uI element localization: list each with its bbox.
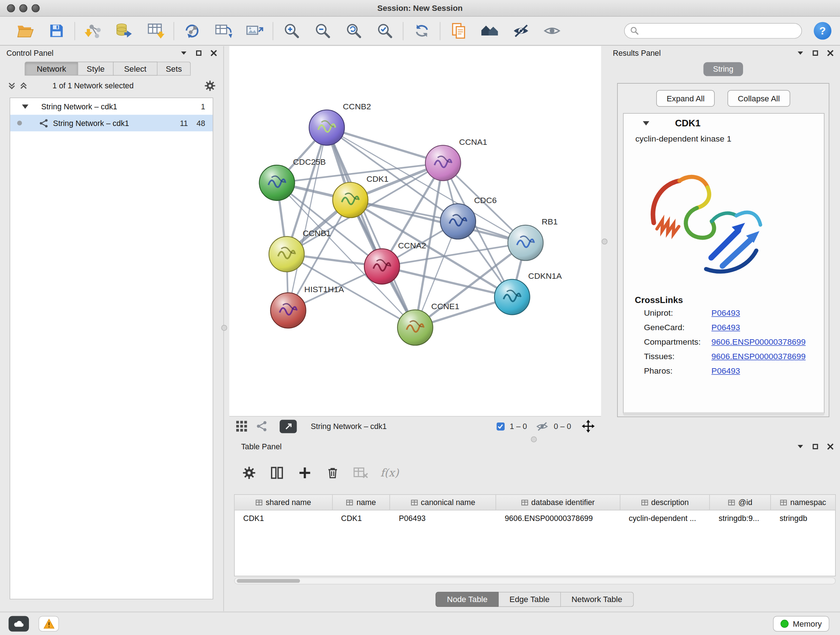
search-box[interactable] <box>624 23 802 39</box>
table-row[interactable]: CDK1 CDK1 P06493 9606.ENSP00000378699 cy… <box>235 510 835 526</box>
panel-menu-icon[interactable] <box>797 443 804 450</box>
collapse-triangle-icon[interactable] <box>22 104 28 109</box>
tab-edge-table[interactable]: Edge Table <box>499 592 561 607</box>
gear-icon[interactable] <box>204 80 216 92</box>
help-button[interactable]: ? <box>813 22 831 40</box>
network-node-cdkn1a[interactable] <box>494 279 530 315</box>
column-header-shared-name[interactable]: shared name <box>235 495 333 510</box>
network-share-icon[interactable] <box>256 420 268 432</box>
close-panel-icon[interactable] <box>827 50 834 57</box>
crosslink-tissues[interactable]: 9606.ENSP00000378699 <box>712 352 806 361</box>
zoom-in-button[interactable] <box>276 19 307 43</box>
selected-checkbox-icon[interactable] <box>496 422 504 430</box>
warnings-button[interactable] <box>39 616 59 632</box>
network-graph[interactable]: CCNB2CCNA1CDC25BCDK1CDC6RB1CCNB1CCNA2CDK… <box>229 46 601 416</box>
crosslink-genecard[interactable]: P06493 <box>712 323 740 333</box>
network-node-rb1[interactable] <box>508 225 543 261</box>
new-network-from-selection-button[interactable] <box>177 19 208 43</box>
close-panel-icon[interactable] <box>210 50 217 57</box>
splitter-handle-left[interactable] <box>221 325 227 331</box>
close-panel-icon[interactable] <box>827 443 834 450</box>
grid-view-icon[interactable] <box>236 420 248 432</box>
tab-select[interactable]: Select <box>114 62 157 76</box>
column-header-id[interactable]: @id <box>710 495 771 510</box>
crosslink-pharos[interactable]: P06493 <box>712 366 740 376</box>
cell-database-identifier[interactable]: 9606.ENSP00000378699 <box>496 510 620 526</box>
network-edge[interactable] <box>288 127 327 310</box>
network-canvas[interactable]: CCNB2CCNA1CDC25BCDK1CDC6RB1CCNB1CCNA2CDK… <box>229 46 601 416</box>
apply-layout-button[interactable] <box>406 19 437 43</box>
cell-id[interactable]: stringdb:9... <box>710 510 771 526</box>
collapse-all-icon[interactable] <box>8 81 16 90</box>
network-node-cdc25b[interactable] <box>259 165 295 201</box>
tab-network[interactable]: Network <box>25 62 78 76</box>
crosslink-uniprot[interactable]: P06493 <box>712 308 740 318</box>
clone-network-button[interactable] <box>208 19 239 43</box>
scrollbar-thumb[interactable] <box>237 579 300 583</box>
import-table-file-button[interactable] <box>140 19 171 43</box>
zoom-out-button[interactable] <box>307 19 338 43</box>
add-column-button[interactable] <box>297 465 313 481</box>
pan-move-icon[interactable] <box>582 420 595 433</box>
network-edge[interactable] <box>327 127 443 163</box>
show-columns-button[interactable] <box>269 465 285 481</box>
search-input[interactable] <box>643 26 796 36</box>
cell-namespace[interactable]: stringdb <box>771 510 835 526</box>
network-node-cdc6[interactable] <box>440 204 476 239</box>
save-session-button[interactable] <box>41 19 72 43</box>
cloud-services-button[interactable] <box>9 616 29 632</box>
network-node-ccnb2[interactable] <box>309 110 344 146</box>
open-session-button[interactable] <box>10 19 41 43</box>
network-node-ccne1[interactable] <box>398 310 433 345</box>
panel-menu-icon[interactable] <box>797 50 804 57</box>
hide-selected-button[interactable] <box>505 19 536 43</box>
zoom-selected-button[interactable] <box>369 19 400 43</box>
duplicate-document-button[interactable] <box>443 19 474 43</box>
delete-column-button[interactable] <box>325 465 340 481</box>
network-node-cdk1[interactable] <box>333 182 368 218</box>
network-node-ccna2[interactable] <box>364 249 400 284</box>
collapse-triangle-icon[interactable] <box>643 121 649 126</box>
export-image-button[interactable] <box>239 19 270 43</box>
memory-button[interactable]: Memory <box>773 616 829 632</box>
network-edge[interactable] <box>327 127 415 327</box>
function-builder-button[interactable]: f(x) <box>380 466 399 479</box>
tab-string[interactable]: String <box>703 62 743 76</box>
network-node-ccna1[interactable] <box>425 145 461 181</box>
collapse-all-button[interactable]: Collapse All <box>728 90 790 107</box>
expand-all-icon[interactable] <box>19 81 28 90</box>
column-header-database-identifier[interactable]: database identifier <box>496 495 620 510</box>
splitter-handle-right[interactable] <box>602 239 607 244</box>
home-button[interactable] <box>474 19 505 43</box>
tab-sets[interactable]: Sets <box>157 62 191 76</box>
crosslink-compartments[interactable]: 9606.ENSP00000378699 <box>712 337 806 347</box>
tab-network-table[interactable]: Network Table <box>561 592 633 607</box>
float-panel-icon[interactable] <box>812 50 819 57</box>
network-node-hist1h1a[interactable] <box>271 293 306 328</box>
detach-view-button[interactable] <box>279 420 297 433</box>
table-settings-button[interactable] <box>241 465 257 481</box>
network-row-selected[interactable]: String Network – cdk1 11 48 <box>10 115 213 131</box>
expand-all-button[interactable]: Expand All <box>657 90 715 107</box>
column-header-description[interactable]: description <box>620 495 710 510</box>
float-panel-icon[interactable] <box>195 50 202 57</box>
tab-node-table[interactable]: Node Table <box>436 592 499 607</box>
panel-menu-icon[interactable] <box>180 50 187 57</box>
column-header-namespace[interactable]: namespac <box>771 495 835 510</box>
zoom-fit-button[interactable] <box>338 19 369 43</box>
column-header-canonical-name[interactable]: canonical name <box>390 495 496 510</box>
import-network-file-button[interactable] <box>78 19 109 43</box>
import-network-database-button[interactable] <box>109 19 140 43</box>
results-scrollbar[interactable] <box>623 412 824 416</box>
cell-description[interactable]: cyclin-dependent ... <box>620 510 710 526</box>
cell-shared-name[interactable]: CDK1 <box>235 510 333 526</box>
tab-style[interactable]: Style <box>78 62 114 76</box>
cell-name[interactable]: CDK1 <box>332 510 390 526</box>
float-panel-icon[interactable] <box>812 443 819 450</box>
show-all-button[interactable] <box>536 19 567 43</box>
splitter-handle-bottom[interactable] <box>531 436 537 442</box>
table-horizontal-scrollbar[interactable] <box>234 578 836 584</box>
network-collection-row[interactable]: String Network – cdk1 1 <box>10 98 213 115</box>
column-header-name[interactable]: name <box>332 495 390 510</box>
cell-canonical-name[interactable]: P06493 <box>390 510 496 526</box>
